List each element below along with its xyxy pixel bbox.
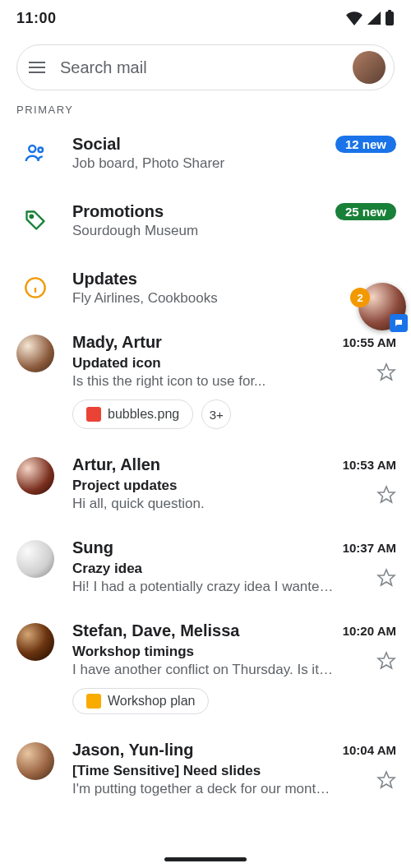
new-badge: 12 new bbox=[335, 136, 396, 153]
status-icons bbox=[345, 10, 395, 26]
category-social[interactable]: Social 12 new Job board, Photo Sharer bbox=[0, 119, 411, 187]
email-snippet: I have another conflict on Thursday. Is … bbox=[72, 662, 335, 678]
attachment-more[interactable]: 3+ bbox=[201, 399, 231, 429]
email-subject: Crazy idea bbox=[72, 561, 396, 577]
category-subtitle: Job board, Photo Sharer bbox=[72, 155, 396, 172]
tag-icon bbox=[16, 201, 54, 239]
sender-avatar[interactable] bbox=[16, 540, 54, 578]
inbox-list: Social 12 new Job board, Photo Sharer Pr… bbox=[0, 119, 411, 812]
email-time: 10:53 AM bbox=[343, 458, 396, 472]
email-snippet: Is this the right icon to use for... bbox=[72, 373, 335, 390]
email-sender: Sung bbox=[72, 538, 113, 557]
search-bar[interactable]: Search mail bbox=[16, 44, 395, 90]
email-item[interactable]: Stefan, Dave, Melissa 10:20 AM Workshop … bbox=[0, 610, 411, 729]
svg-marker-11 bbox=[378, 653, 395, 668]
email-subject: Workshop timings bbox=[72, 644, 396, 660]
info-icon bbox=[16, 269, 54, 307]
attachment-label: bubbles.png bbox=[108, 407, 179, 422]
category-title: Promotions bbox=[72, 202, 164, 221]
email-snippet: Hi! I had a potentially crazy idea I wan… bbox=[72, 579, 335, 595]
category-promotions[interactable]: Promotions 25 new Sourdough Museum bbox=[0, 187, 411, 254]
section-label-primary: PRIMARY bbox=[0, 99, 411, 119]
email-item[interactable]: Mady, Artur 10:55 AM Updated icon Is thi… bbox=[0, 321, 411, 444]
slides-icon bbox=[86, 694, 101, 709]
svg-point-3 bbox=[39, 148, 44, 153]
attachment-chip[interactable]: bubbles.png bbox=[72, 399, 193, 429]
star-icon[interactable] bbox=[376, 362, 396, 382]
email-subject: [Time Sensitive] Need slides bbox=[72, 763, 396, 779]
svg-marker-9 bbox=[378, 487, 395, 502]
sender-avatar[interactable] bbox=[16, 335, 54, 372]
category-subtitle: Sourdough Museum bbox=[72, 223, 396, 239]
email-item[interactable]: Artur, Allen 10:53 AM Project updates Hi… bbox=[0, 444, 411, 527]
email-sender: Jason, Yun-ling bbox=[72, 741, 193, 760]
email-sender: Artur, Allen bbox=[72, 455, 160, 474]
image-icon bbox=[86, 407, 101, 422]
nav-handle[interactable] bbox=[164, 857, 247, 861]
menu-icon[interactable] bbox=[29, 58, 48, 77]
people-icon bbox=[16, 134, 54, 172]
svg-rect-1 bbox=[388, 10, 391, 12]
floating-chat-head[interactable]: 2 bbox=[358, 283, 406, 330]
svg-marker-12 bbox=[378, 772, 395, 787]
email-subject: Updated icon bbox=[72, 355, 396, 372]
category-title: Updates bbox=[72, 270, 137, 289]
category-updates[interactable]: Updates Fly Airlines, Cookbooks bbox=[0, 254, 411, 321]
email-subject: Project updates bbox=[72, 478, 396, 494]
status-bar: 11:00 bbox=[0, 0, 411, 33]
category-subtitle: Fly Airlines, Cookbooks bbox=[72, 290, 396, 307]
email-sender: Stefan, Dave, Melissa bbox=[72, 621, 239, 640]
category-title: Social bbox=[72, 135, 121, 154]
status-time: 11:00 bbox=[16, 10, 57, 27]
email-snippet: I'm putting together a deck for our mont… bbox=[72, 781, 335, 797]
email-item[interactable]: Sung 10:37 AM Crazy idea Hi! I had a pot… bbox=[0, 527, 411, 610]
notification-badge: 2 bbox=[350, 288, 370, 307]
svg-marker-10 bbox=[378, 570, 395, 585]
email-sender: Mady, Artur bbox=[72, 333, 162, 352]
sender-avatar[interactable] bbox=[16, 623, 54, 661]
account-avatar[interactable] bbox=[353, 51, 386, 84]
attachment-chip[interactable]: Workshop plan bbox=[72, 688, 209, 714]
star-icon[interactable] bbox=[376, 568, 396, 588]
email-time: 10:37 AM bbox=[343, 541, 396, 555]
attachment-label: Workshop plan bbox=[108, 694, 195, 709]
email-snippet: Hi all, quick question. bbox=[72, 496, 335, 512]
search-bar-container: Search mail bbox=[0, 33, 411, 99]
battery-icon bbox=[385, 10, 395, 26]
svg-rect-0 bbox=[386, 12, 394, 25]
wifi-icon bbox=[345, 11, 363, 25]
svg-marker-8 bbox=[378, 364, 395, 380]
sender-avatar[interactable] bbox=[16, 457, 54, 495]
cell-signal-icon bbox=[367, 11, 381, 25]
email-time: 10:20 AM bbox=[343, 624, 396, 638]
email-time: 10:55 AM bbox=[343, 335, 396, 349]
attachment-chips: Workshop plan bbox=[72, 688, 396, 714]
attachment-chips: bubbles.png 3+ bbox=[72, 399, 396, 429]
svg-point-2 bbox=[29, 145, 35, 152]
email-item[interactable]: Jason, Yun-ling 10:04 AM [Time Sensitive… bbox=[0, 729, 411, 812]
svg-point-4 bbox=[30, 215, 34, 219]
sender-avatar[interactable] bbox=[16, 742, 54, 780]
star-icon[interactable] bbox=[376, 651, 396, 671]
star-icon[interactable] bbox=[376, 770, 396, 790]
email-time: 10:04 AM bbox=[343, 743, 396, 757]
search-input[interactable]: Search mail bbox=[60, 58, 341, 77]
chat-icon bbox=[390, 314, 408, 332]
new-badge: 25 new bbox=[335, 203, 396, 220]
star-icon[interactable] bbox=[376, 485, 396, 505]
